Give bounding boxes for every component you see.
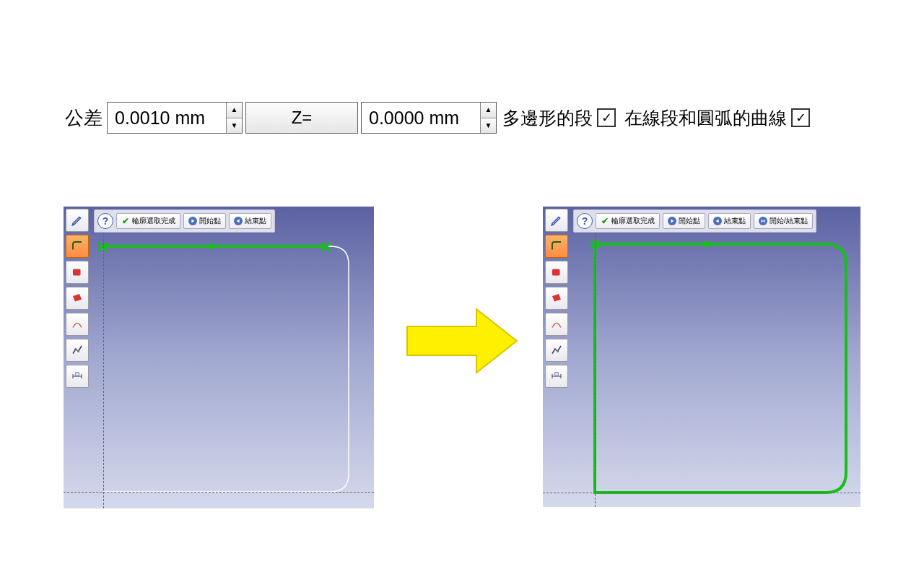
start-point-label: 開始點 [199,216,221,226]
pen-icon [71,214,84,227]
axis-horizontal [543,493,860,493]
svg-rect-4 [73,269,81,276]
tolerance-spinner[interactable]: ▲ ▼ [226,103,242,133]
polygon-segment-group: 多邊形的段 ✓ [502,106,619,130]
graph-tool-button[interactable] [66,339,89,362]
check-icon: ✔ [121,217,130,225]
axis-vertical [595,207,596,507]
help-button[interactable]: ? [577,213,593,229]
svg-rect-10 [76,373,79,376]
graph-tool-button[interactable] [545,339,568,362]
svg-marker-25 [762,220,763,223]
canvas-after[interactable] [543,207,860,507]
white-outline-path [103,246,349,492]
side-toolbar-right [545,209,568,388]
z-value-input[interactable] [362,103,480,133]
svg-point-6 [77,350,79,352]
z-down-button[interactable]: ▼ [481,118,496,134]
curve-tool-button[interactable] [66,313,89,336]
axis-horizontal [64,492,374,493]
red-sheet-icon [71,292,84,305]
play-reverse-icon [713,217,722,225]
selection-done-label: 輪廓選取完成 [132,216,175,226]
green-full-profile [595,244,846,493]
svg-point-5 [74,348,77,350]
end-point-button[interactable]: 結束點 [708,213,751,229]
play-icon [668,217,676,225]
red-box-icon [71,266,84,279]
tolerance-down-button[interactable]: ▼ [227,118,242,134]
transition-arrow-icon [404,305,520,377]
end-point-label: 結束點 [724,216,746,226]
line-arc-curve-group: 在線段和圓弧的曲線 ✓ [624,106,813,130]
red-box-tool-button[interactable] [66,261,89,284]
play-both-icon [759,217,767,225]
selection-done-button[interactable]: ✔ 輪廓選取完成 [116,213,180,229]
red-sheet-tool-button[interactable] [66,287,89,310]
red-sheet-icon [550,292,563,305]
parameter-bar: 公差 ▲ ▼ Z= ▲ ▼ 多邊形的段 ✓ 在線段和圓弧的曲線 ✓ [65,101,813,134]
red-box-icon [550,266,563,279]
sketch-before-svg [64,207,374,508]
profile-tool-button[interactable] [66,235,89,258]
canvas-before[interactable] [64,207,374,508]
curve-tool-button[interactable] [545,313,568,336]
direction-arrow-icon [705,240,715,248]
graph-icon [71,344,84,357]
curve-icon [71,318,84,331]
start-end-point-button[interactable]: 開始/結束點 [754,213,813,229]
pen-icon [550,214,563,227]
z-value-field[interactable]: ▲ ▼ [361,102,497,134]
viewport-before: ? ✔ 輪廓選取完成 開始點 結束點 [64,207,374,508]
z-equals-button[interactable]: Z= [245,102,358,134]
svg-point-18 [557,350,559,352]
direction-arrow-icon [209,243,219,250]
dimension-icon [550,370,563,383]
dimension-icon [71,370,84,383]
profile-icon [550,240,563,253]
z-up-button[interactable]: ▲ [481,103,496,118]
z-value-spinner[interactable]: ▲ ▼ [480,103,496,133]
start-end-point-label: 開始/結束點 [770,216,808,226]
dimension-tool-button[interactable] [545,365,568,388]
start-point-button[interactable]: 開始點 [663,213,705,229]
end-point-button[interactable]: 結束點 [229,213,271,229]
check-icon: ✔ [601,217,609,225]
svg-marker-23 [671,220,674,223]
red-sheet-tool-button[interactable] [545,287,568,310]
svg-rect-22 [555,373,559,376]
polygon-segment-label: 多邊形的段 [502,106,593,130]
tolerance-input[interactable] [108,103,226,133]
polygon-segment-checkbox[interactable]: ✓ [597,108,616,127]
sketch-after-svg [543,207,860,507]
red-box-tool-button[interactable] [545,261,568,284]
profile-tool-button[interactable] [545,235,568,258]
svg-point-17 [554,348,556,350]
selection-done-button[interactable]: ✔ 輪廓選取完成 [596,213,660,229]
tolerance-field[interactable]: ▲ ▼ [107,102,243,134]
start-point-label: 開始點 [679,216,700,226]
popup-toolbar-left: ? ✔ 輪廓選取完成 開始點 結束點 [94,209,275,233]
pen-tool-button[interactable] [66,209,89,232]
line-arc-curve-checkbox[interactable]: ✓ [791,108,810,127]
svg-marker-24 [716,220,719,223]
end-point-label: 結束點 [245,216,266,226]
svg-marker-12 [237,220,240,223]
svg-marker-13 [407,309,517,373]
svg-marker-26 [763,220,764,223]
play-icon [188,217,197,225]
svg-rect-16 [552,269,560,276]
line-arc-curve-label: 在線段和圓弧的曲線 [624,106,787,130]
svg-marker-11 [191,220,194,223]
side-toolbar-left [66,209,89,388]
pen-tool-button[interactable] [545,209,568,232]
curve-icon [550,318,563,331]
dimension-tool-button[interactable] [66,365,89,388]
tolerance-up-button[interactable]: ▲ [227,103,242,118]
profile-icon [71,240,84,253]
help-button[interactable]: ? [97,213,113,229]
start-point-button[interactable]: 開始點 [183,213,226,229]
axis-vertical [103,207,104,508]
graph-icon [550,344,563,357]
popup-toolbar-right: ? ✔ 輪廓選取完成 開始點 結束點 開始/結束點 [573,209,816,233]
